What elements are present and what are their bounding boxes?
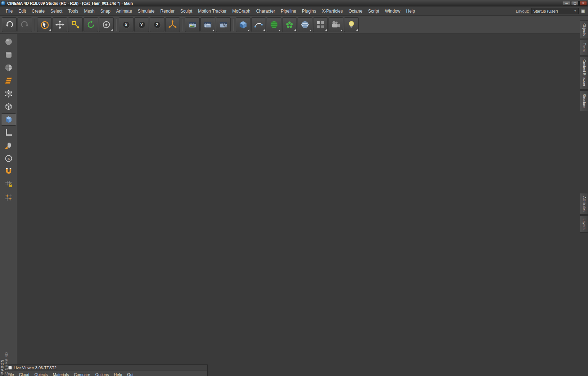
menu-item[interactable]: MoGraph bbox=[230, 8, 253, 14]
menu-item[interactable]: Create bbox=[29, 8, 48, 14]
z-axis-icon: Z bbox=[154, 21, 161, 28]
light-icon bbox=[347, 20, 356, 30]
menu-item[interactable]: File bbox=[3, 8, 15, 14]
close-button[interactable]: × bbox=[579, 1, 587, 6]
scale-tool[interactable] bbox=[68, 17, 83, 32]
toolbar-separator bbox=[233, 19, 234, 31]
menu-item[interactable]: Edit bbox=[15, 8, 29, 14]
toolbar-separator bbox=[116, 19, 117, 31]
polygons-mode-button[interactable] bbox=[1, 113, 16, 126]
maximize-button[interactable]: ▢ bbox=[571, 1, 579, 6]
chevron-down-icon: ▼ bbox=[574, 10, 576, 12]
lock-y-axis-button[interactable]: Y bbox=[134, 17, 149, 32]
move-icon bbox=[55, 20, 65, 30]
menu-item[interactable]: Sculpt bbox=[177, 8, 195, 14]
lock-grid-icon bbox=[4, 180, 13, 189]
render-settings-icon bbox=[218, 20, 228, 30]
menu-item[interactable]: Help bbox=[112, 372, 125, 376]
workplane-mode-icon bbox=[4, 76, 13, 85]
polygons-mode-icon bbox=[4, 115, 13, 124]
menu-item[interactable]: Tools bbox=[65, 8, 81, 14]
coordinate-system-button[interactable] bbox=[165, 17, 180, 32]
points-mode-icon bbox=[4, 89, 13, 98]
menu-item[interactable]: Snap bbox=[98, 8, 113, 14]
lock-z-axis-button[interactable]: Z bbox=[150, 17, 164, 32]
primitive-cube-button[interactable] bbox=[236, 17, 250, 32]
menu-item[interactable]: Materials bbox=[50, 372, 72, 376]
dock-tab[interactable]: Attributes bbox=[580, 193, 588, 215]
menu-item[interactable]: Simulate bbox=[135, 8, 158, 14]
viewport-solo-button[interactable] bbox=[1, 139, 16, 152]
render-view-icon bbox=[187, 20, 197, 30]
menu-item[interactable]: Objects bbox=[32, 372, 50, 376]
workplane-lock-button[interactable] bbox=[1, 126, 16, 139]
menu-item[interactable]: Plugins bbox=[299, 8, 319, 14]
mograph-button[interactable] bbox=[282, 17, 297, 32]
menu-item[interactable]: Character bbox=[253, 8, 278, 14]
redo-button[interactable] bbox=[17, 17, 32, 32]
menu-item[interactable]: Animate bbox=[113, 8, 135, 14]
rotate-tool[interactable] bbox=[83, 17, 98, 32]
dock-tab[interactable]: Objects bbox=[580, 20, 588, 39]
workplane-mode-button[interactable] bbox=[1, 75, 16, 87]
magnet-snap-button[interactable] bbox=[1, 165, 16, 178]
interface-panel-icon[interactable]: ▣ bbox=[581, 9, 585, 13]
spline-pen-icon bbox=[254, 20, 263, 30]
live-selection-icon bbox=[40, 20, 49, 30]
menu-item[interactable]: Select bbox=[48, 8, 65, 14]
menu-item[interactable]: Render bbox=[158, 8, 177, 14]
menu-item[interactable]: Compare bbox=[71, 372, 92, 376]
object-mode-button[interactable] bbox=[1, 49, 16, 61]
render-region-button[interactable] bbox=[200, 17, 215, 32]
simulate-button[interactable] bbox=[298, 17, 312, 32]
lock-x-axis-button[interactable]: X bbox=[119, 17, 134, 32]
edges-mode-button[interactable] bbox=[1, 100, 16, 113]
model-mode-button[interactable] bbox=[1, 36, 16, 48]
dock-tab[interactable]: Structure bbox=[580, 90, 588, 112]
x-axis-icon: X bbox=[123, 21, 130, 28]
texture-mode-icon bbox=[4, 63, 13, 72]
array-button[interactable] bbox=[313, 17, 328, 32]
menu-item[interactable]: Help bbox=[403, 8, 418, 14]
mograph-icon bbox=[285, 20, 294, 30]
live-viewer-menu: FileCloudObjectsMaterialsCompareOptionsH… bbox=[0, 371, 207, 376]
menu-item[interactable]: Cloud bbox=[17, 372, 32, 376]
maxon-logo-text: MAXON bbox=[0, 352, 4, 375]
render-settings-button[interactable] bbox=[216, 17, 231, 32]
points-mode-button[interactable] bbox=[1, 88, 16, 100]
menu-item[interactable]: Gui bbox=[125, 372, 136, 376]
render-region-icon bbox=[203, 20, 213, 30]
menu-item[interactable]: Options bbox=[93, 372, 112, 376]
camera-button[interactable] bbox=[329, 17, 343, 32]
dock-tab[interactable]: Layers bbox=[580, 215, 588, 233]
light-button[interactable] bbox=[344, 17, 359, 32]
layout-dropdown[interactable]: Startup (User) ▼ bbox=[531, 8, 579, 14]
menu-item[interactable]: Script bbox=[365, 8, 382, 14]
move-tool[interactable] bbox=[53, 17, 67, 32]
quantize-button[interactable] bbox=[1, 191, 16, 203]
subdivision-surface-button[interactable] bbox=[267, 17, 281, 32]
dock-tab[interactable]: Takes bbox=[580, 40, 588, 55]
cinema4d-logo-text: CINEMA 4D bbox=[5, 352, 9, 375]
spline-pen-button[interactable] bbox=[251, 17, 266, 32]
menu-item[interactable]: Motion Tracker bbox=[195, 8, 229, 14]
menu-item[interactable]: Window bbox=[382, 8, 403, 14]
redo-icon bbox=[20, 20, 30, 30]
menu-item[interactable]: Octane bbox=[345, 8, 365, 14]
live-selection-tool[interactable] bbox=[37, 17, 52, 32]
texture-mode-button[interactable] bbox=[1, 62, 16, 74]
snap-button[interactable]: S bbox=[1, 152, 16, 165]
app-logo-icon bbox=[1, 1, 5, 5]
undo-button[interactable] bbox=[2, 17, 17, 32]
magnet-icon bbox=[4, 167, 13, 176]
right-dock-tabs-top: ObjectsTakesContent BrowserStructure bbox=[580, 20, 588, 112]
mouse-icon bbox=[4, 141, 13, 150]
minimize-button[interactable]: ─ bbox=[563, 1, 570, 6]
lock-workplane-button[interactable] bbox=[1, 178, 16, 191]
last-tool-button[interactable] bbox=[99, 17, 114, 32]
render-view-button[interactable] bbox=[185, 17, 200, 32]
menu-item[interactable]: Mesh bbox=[81, 8, 97, 14]
menu-item[interactable]: Pipeline bbox=[278, 8, 299, 14]
menu-item[interactable]: X-Particles bbox=[319, 8, 345, 14]
dock-tab[interactable]: Content Browser bbox=[580, 56, 588, 89]
